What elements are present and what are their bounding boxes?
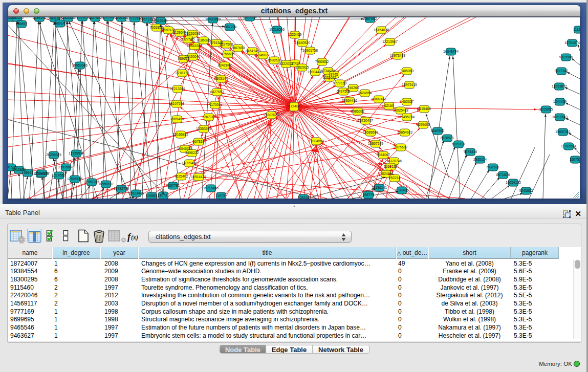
svg-text:16914479: 16914479 <box>191 175 206 179</box>
svg-text:989615: 989615 <box>178 57 190 60</box>
svg-text:111216: 111216 <box>573 28 580 31</box>
svg-text:15751074: 15751074 <box>564 41 580 45</box>
svg-text:20364436: 20364436 <box>342 99 357 102</box>
svg-text:1527602: 1527602 <box>89 17 102 19</box>
svg-text:15720407: 15720407 <box>358 119 373 122</box>
svg-text:16782759: 16782759 <box>114 187 129 190</box>
svg-text:20891406: 20891406 <box>47 17 62 20</box>
svg-text:9657791: 9657791 <box>166 184 180 187</box>
svg-text:9384067: 9384067 <box>377 153 390 157</box>
svg-text:10543382: 10543382 <box>187 44 202 48</box>
svg-text:6466160: 6466160 <box>115 17 128 19</box>
svg-text:7625402: 7625402 <box>175 174 188 178</box>
svg-text:2718170: 2718170 <box>176 71 189 75</box>
svg-text:1244419: 1244419 <box>553 100 567 103</box>
svg-text:10807487: 10807487 <box>371 97 386 101</box>
svg-text:252214: 252214 <box>389 176 401 180</box>
svg-text:19904448: 19904448 <box>308 70 323 74</box>
svg-text:9699695: 9699695 <box>417 123 430 126</box>
svg-text:10046788: 10046788 <box>177 147 192 150</box>
svg-text:16154838: 16154838 <box>374 28 389 32</box>
svg-text:6497508: 6497508 <box>337 90 351 93</box>
svg-text:19218506: 19218506 <box>269 28 285 31</box>
svg-text:17359934: 17359934 <box>69 151 84 155</box>
svg-text:8454749: 8454749 <box>246 49 259 53</box>
svg-text:20206576: 20206576 <box>46 153 61 157</box>
svg-text:9329986: 9329986 <box>559 55 573 59</box>
svg-text:10654122: 10654122 <box>506 181 521 184</box>
svg-text:16107554: 16107554 <box>169 102 184 105</box>
svg-text:9915: 9915 <box>24 171 31 174</box>
svg-text:23226058: 23226058 <box>185 32 200 35</box>
svg-text:7632621: 7632621 <box>486 165 500 169</box>
svg-text:17016504: 17016504 <box>561 144 576 148</box>
svg-text:9115460: 9115460 <box>418 107 431 111</box>
svg-text:9734028: 9734028 <box>321 69 335 73</box>
svg-text:2867608: 2867608 <box>231 46 245 50</box>
svg-text:15692351: 15692351 <box>555 130 571 134</box>
svg-text:62160: 62160 <box>384 104 394 107</box>
svg-text:16671355: 16671355 <box>140 17 155 21</box>
svg-text:6879197: 6879197 <box>452 142 466 146</box>
svg-text:8938921: 8938921 <box>441 136 454 140</box>
svg-text:3498222: 3498222 <box>185 151 199 155</box>
svg-text:9357224: 9357224 <box>223 25 237 29</box>
svg-text:965779: 965779 <box>363 193 375 196</box>
svg-text:8813054: 8813054 <box>243 17 257 19</box>
svg-text:9227342: 9227342 <box>555 69 569 73</box>
svg-text:23302023: 23302023 <box>264 113 279 117</box>
svg-text:1065328: 1065328 <box>61 17 75 19</box>
svg-text:116753: 116753 <box>570 158 580 161</box>
svg-text:2387652: 2387652 <box>363 17 377 20</box>
svg-text:(x): (x) <box>131 234 138 241</box>
svg-text:16120746: 16120746 <box>386 159 402 163</box>
svg-text:9474444: 9474444 <box>464 150 477 154</box>
svg-text:1965498: 1965498 <box>170 117 184 121</box>
svg-text:9327508: 9327508 <box>220 42 233 46</box>
svg-text:2089140: 2089140 <box>33 17 47 19</box>
svg-text:9327505: 9327505 <box>181 37 195 41</box>
svg-text:1405572: 1405572 <box>10 17 24 19</box>
svg-text:9777169: 9777169 <box>333 81 347 85</box>
svg-text:1362615: 1362615 <box>295 65 309 69</box>
svg-text:109581: 109581 <box>146 194 158 198</box>
svg-text:17957205: 17957205 <box>84 180 99 184</box>
svg-text:117006: 117006 <box>209 103 221 106</box>
svg-text:9745: 9745 <box>330 73 338 76</box>
svg-text:128234: 128234 <box>298 196 310 199</box>
svg-text:9245652: 9245652 <box>519 189 533 192</box>
svg-text:15716485: 15716485 <box>203 186 219 190</box>
svg-text:16033809: 16033809 <box>205 17 221 21</box>
svg-text:19384554: 19384554 <box>309 139 324 143</box>
svg-text:28053346: 28053346 <box>72 63 88 67</box>
svg-text:8756685: 8756685 <box>221 52 235 56</box>
svg-text:2803144: 2803144 <box>214 77 228 80</box>
svg-text:1527602: 1527602 <box>102 17 116 19</box>
svg-text:8242848: 8242848 <box>218 63 232 67</box>
svg-text:18807249: 18807249 <box>368 142 383 145</box>
svg-text:567834: 567834 <box>193 140 205 143</box>
svg-text:12942757: 12942757 <box>34 171 50 175</box>
svg-text:3215955: 3215955 <box>539 107 553 111</box>
svg-text:10973493: 10973493 <box>390 54 405 57</box>
svg-text:16961758: 16961758 <box>302 49 318 52</box>
svg-text:1640952: 1640952 <box>431 129 445 133</box>
svg-text:16648794: 16648794 <box>443 50 459 53</box>
svg-text:7485063: 7485063 <box>400 69 414 73</box>
svg-text:2935114: 2935114 <box>473 158 487 161</box>
svg-text:8186328: 8186328 <box>197 38 211 42</box>
svg-text:10958107: 10958107 <box>98 182 114 186</box>
svg-text:10653287: 10653287 <box>75 17 90 19</box>
svg-text:16640920: 16640920 <box>295 41 310 45</box>
svg-text:1214519: 1214519 <box>52 173 66 177</box>
svg-text:12093872: 12093872 <box>552 84 567 88</box>
svg-text:12213967: 12213967 <box>382 40 398 43</box>
svg-text:1463627: 1463627 <box>400 100 414 103</box>
svg-text:12037: 12037 <box>290 61 300 65</box>
svg-text:9146821: 9146821 <box>256 53 270 57</box>
svg-text:7515546: 7515546 <box>154 19 168 23</box>
svg-text:23975867: 23975867 <box>58 165 74 169</box>
svg-text:1325419: 1325419 <box>288 33 302 36</box>
svg-text:8471626: 8471626 <box>496 173 510 177</box>
svg-text:3267110: 3267110 <box>202 115 215 119</box>
